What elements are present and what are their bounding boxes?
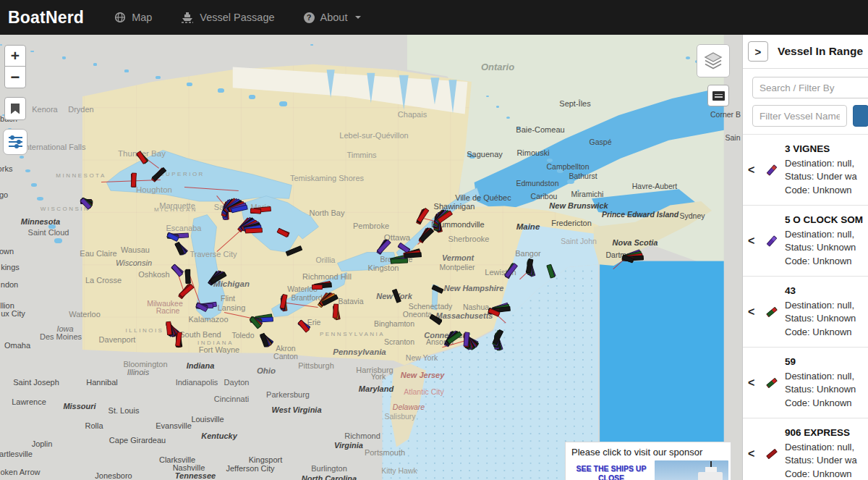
sidebar-header: > Vessel In Range — [743, 35, 868, 69]
vessel-icon — [759, 239, 785, 243]
vessel-markers — [0, 35, 868, 480]
sliders-icon — [9, 137, 22, 138]
vessel-name: 906 EXPRESS — [785, 426, 857, 440]
vessel-detail: Code: Unknown — [785, 468, 857, 480]
map-filter-button[interactable] — [3, 129, 27, 155]
vessel-list-item[interactable]: <59Destination: null,Status: UnknownCode… — [743, 348, 868, 418]
vessel-name: 3 VIGNES — [785, 142, 857, 156]
vessel-icon — [759, 310, 785, 314]
filter-submit-button[interactable] — [853, 105, 868, 127]
vessel-detail: Code: Unknown — [785, 397, 856, 410]
vessel-marker[interactable] — [245, 227, 263, 233]
vessel-list-item[interactable]: <906 EXPRESSDestination: null,Status: Un… — [743, 418, 868, 480]
vessel-marker[interactable] — [312, 285, 323, 290]
chevron-left-icon[interactable]: < — [748, 235, 759, 248]
map-canvas[interactable]: OntarioKenoraDrydenInternational FallsTh… — [0, 35, 868, 480]
vessel-detail: Status: Unknown — [785, 312, 856, 326]
sponsor-ad-banner: SEE THE SHIPS UP CLOSE FROM THE Diamond … — [566, 460, 731, 480]
vessel-detail: Code: Unknown — [785, 326, 856, 340]
vessel-icon — [759, 381, 785, 385]
plus-icon: + — [11, 47, 20, 64]
bookmark-button[interactable] — [4, 97, 26, 120]
ship-icon — [181, 12, 194, 23]
filter-vessel-name-input[interactable] — [752, 105, 847, 127]
vessel-detail: Status: Under wa — [785, 170, 857, 184]
search-input[interactable] — [752, 77, 868, 98]
vessel-icon — [759, 452, 785, 456]
sponsor-ad[interactable]: Please click to visit our sponsor SEE TH… — [566, 442, 731, 480]
ad-line1: SEE THE SHIPS UP CLOSE — [568, 464, 655, 480]
vessel-detail: Destination: null, — [785, 299, 856, 313]
vessel-marker[interactable] — [250, 208, 261, 214]
chevron-left-icon[interactable]: < — [748, 376, 759, 390]
brand-logo[interactable]: BoatNerd — [8, 8, 84, 28]
sponsor-ad-caption: Please click to visit our sponsor — [566, 442, 731, 460]
question-icon: ? — [304, 12, 315, 23]
nav-item-label: About — [320, 12, 348, 23]
vessel-list: <3 VIGNESDestination: null,Status: Under… — [743, 135, 868, 480]
vessel-marker[interactable] — [285, 245, 302, 256]
vessel-detail: Destination: null, — [785, 157, 857, 171]
vessel-detail: Destination: null, — [785, 370, 856, 384]
nav-item-label: Vessel Passage — [200, 12, 274, 23]
vessel-name: 43 — [785, 284, 856, 298]
chevron-left-icon[interactable]: < — [748, 306, 759, 319]
vessel-icon — [759, 168, 785, 172]
vessel-list-item[interactable]: <43Destination: null,Status: UnknownCode… — [743, 277, 868, 348]
vessel-name: 59 — [785, 355, 856, 369]
nav-item-map[interactable]: Map — [114, 12, 152, 23]
vessel-marker[interactable] — [166, 321, 172, 336]
vessel-marker[interactable] — [431, 284, 444, 293]
vessel-list-item[interactable]: <5 O CLOCK SOMDestination: null,Status: … — [743, 206, 868, 277]
chevron-left-icon[interactable]: < — [748, 447, 759, 460]
vessel-detail: Code: Unknown — [785, 255, 863, 269]
vessel-detail: Status: Unknown — [785, 383, 856, 397]
nav-item-vessel-passage[interactable]: Vessel Passage — [181, 12, 274, 23]
chevron-left-icon[interactable]: < — [748, 164, 759, 177]
legend-icon — [712, 91, 725, 101]
vessel-detail: Code: Unknown — [785, 184, 857, 198]
globe-icon — [114, 12, 126, 23]
vessel-detail: Destination: null, — [785, 441, 857, 455]
sidebar-title: Vessel In Range — [778, 45, 863, 58]
vessel-info: 59Destination: null,Status: UnknownCode:… — [785, 355, 856, 410]
legend-button[interactable] — [707, 85, 729, 106]
vessel-info: 3 VIGNESDestination: null,Status: Under … — [785, 142, 857, 198]
top-navbar: BoatNerd Map Vessel Passage ? About — [0, 0, 868, 35]
vessel-info: 5 O CLOCK SOMDestination: null,Status: U… — [785, 213, 863, 269]
vessel-list-item[interactable]: <3 VIGNESDestination: null,Status: Under… — [743, 135, 868, 206]
vessel-marker[interactable] — [179, 284, 195, 298]
vessel-marker[interactable] — [391, 258, 408, 264]
vessel-marker[interactable] — [131, 172, 137, 187]
vessel-sidebar: > Vessel In Range <3 VIGNESDestination: … — [742, 35, 868, 480]
vessel-marker[interactable] — [185, 269, 190, 284]
sidebar-search-section — [743, 69, 868, 135]
nav-item-label: Map — [132, 12, 152, 23]
zoom-out-button[interactable]: − — [4, 66, 26, 88]
vessel-info: 43Destination: null,Status: UnknownCode:… — [785, 284, 856, 340]
vessel-marker[interactable] — [151, 167, 166, 182]
boatnerd-app: BoatNerd Map Vessel Passage ? About — [0, 0, 868, 480]
vessel-name: 5 O CLOCK SOM — [785, 213, 863, 227]
zoom-in-button[interactable]: + — [4, 45, 26, 67]
layers-icon — [703, 51, 723, 71]
vessel-info: 906 EXPRESSDestination: null,Status: Und… — [785, 426, 857, 480]
chevron-down-icon — [355, 16, 361, 19]
bookmark-icon — [11, 104, 20, 114]
vessel-marker[interactable] — [391, 288, 401, 303]
nav-item-about[interactable]: ? About — [304, 12, 362, 23]
vessel-detail: Destination: null, — [785, 228, 863, 242]
vessel-marker[interactable] — [404, 252, 422, 258]
ad-ship-photo — [655, 460, 728, 480]
layers-button[interactable] — [697, 44, 730, 77]
vessel-detail: Status: Under wa — [785, 454, 857, 468]
sidebar-collapse-button[interactable]: > — [748, 41, 768, 62]
minus-icon: − — [11, 68, 20, 87]
vessel-detail: Status: Unknown — [785, 241, 863, 255]
